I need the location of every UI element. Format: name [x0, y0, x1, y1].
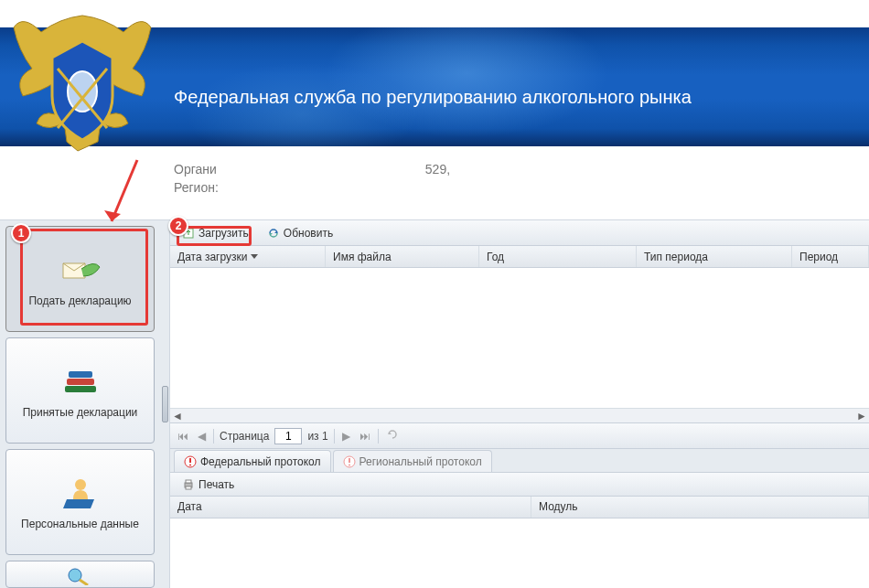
svg-line-19 [112, 160, 137, 221]
alert-icon [184, 455, 197, 468]
svg-rect-18 [186, 486, 191, 489]
pager-page-input[interactable] [274, 428, 302, 444]
sidebar-item-personal-data[interactable]: Персональные данные [5, 449, 155, 555]
column-header-date[interactable]: Дата [170, 497, 531, 518]
refresh-icon [267, 227, 280, 240]
refresh-button[interactable]: Обновить [261, 224, 339, 242]
pager-refresh-button[interactable] [384, 428, 401, 444]
print-button[interactable]: Печать [176, 476, 241, 494]
annotation-badge-2: 2 [168, 216, 188, 236]
annotation-badge-1: 1 [11, 223, 31, 243]
column-header-module[interactable]: Модуль [531, 497, 869, 518]
protocol-grid-header: Дата Модуль [170, 497, 869, 519]
tab-regional-protocol[interactable]: Региональный протокол [333, 450, 492, 472]
horizontal-scrollbar[interactable]: ◄ ► [170, 408, 869, 422]
org-label: Органи [174, 162, 217, 176]
svg-point-7 [69, 569, 81, 582]
magnifier-icon [58, 565, 103, 585]
pager: ⏮ ◀ Страница из 1 ▶ ⏭ [170, 423, 869, 449]
sidebar: Подать декларацию Принятые декларации Пе… [0, 220, 160, 588]
alert-icon [343, 455, 356, 468]
svg-point-6 [75, 479, 86, 490]
org-tail: 529, [425, 162, 450, 176]
pager-last-button[interactable]: ⏭ [358, 430, 372, 443]
pager-next-button[interactable]: ▶ [340, 430, 352, 443]
pager-first-button[interactable]: ⏮ [176, 430, 190, 443]
protocol-grid-body [170, 519, 869, 588]
person-folder-icon [58, 474, 103, 512]
sidebar-item-label: Персональные данные [21, 518, 139, 530]
envelope-hand-icon [58, 251, 103, 289]
pager-prev-button[interactable]: ◀ [196, 430, 208, 443]
svg-line-8 [80, 580, 88, 585]
svg-rect-5 [69, 371, 92, 378]
column-header-year[interactable]: Год [479, 246, 637, 267]
svg-rect-4 [67, 379, 94, 385]
page-title: Федеральная служба по регулированию алко… [174, 87, 692, 108]
column-header-load-date[interactable]: Дата загрузки [170, 246, 326, 267]
main-toolbar: Загрузить Обновить [170, 220, 869, 246]
grid-header: Дата загрузки Имя файла Год Тип периода … [170, 246, 869, 268]
svg-point-12 [189, 464, 191, 465]
splitter-handle[interactable] [160, 220, 169, 588]
printer-icon [182, 478, 195, 491]
refresh-icon [386, 428, 399, 441]
svg-rect-17 [186, 480, 191, 483]
svg-point-0 [68, 71, 97, 112]
sort-desc-icon [251, 254, 258, 259]
grid-body: ◄ ► [170, 268, 869, 423]
region-label: Регион: [174, 180, 219, 195]
protocol-tabs: Федеральный протокол Региональный проток… [170, 449, 869, 473]
org-info: Органи529, Регион: [174, 160, 451, 197]
pager-page-label: Страница [220, 430, 269, 443]
svg-point-15 [349, 464, 350, 465]
sidebar-item-accepted-declarations[interactable]: Принятые декларации [5, 337, 155, 444]
protocol-toolbar: Печать [170, 473, 869, 497]
scroll-right-icon[interactable]: ► [854, 410, 869, 422]
agency-crest-icon [5, 5, 160, 169]
column-header-period[interactable]: Период [792, 246, 869, 267]
sidebar-item-label: Подать декларацию [28, 294, 131, 307]
pager-of-label: из 1 [307, 430, 327, 443]
scroll-left-icon[interactable]: ◄ [170, 410, 185, 422]
column-header-period-type[interactable]: Тип периода [637, 246, 792, 267]
svg-rect-3 [65, 386, 96, 392]
books-icon [58, 362, 103, 401]
column-header-file-name[interactable]: Имя файла [326, 246, 479, 267]
sidebar-item-label: Принятые декларации [23, 406, 138, 419]
tab-federal-protocol[interactable]: Федеральный протокол [174, 450, 331, 472]
sidebar-item-extra[interactable] [5, 561, 155, 588]
